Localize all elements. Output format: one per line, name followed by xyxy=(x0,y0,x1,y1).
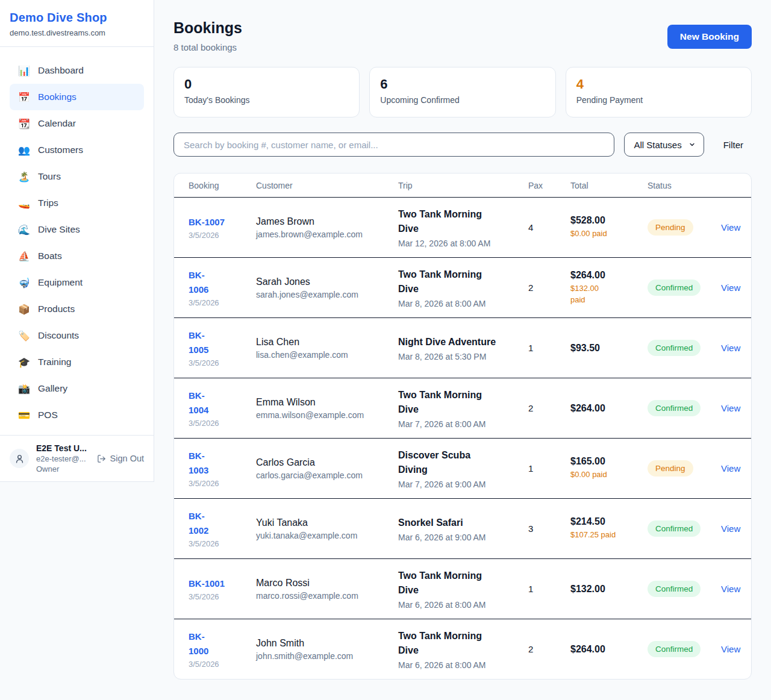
pax-count: 2 xyxy=(528,283,570,293)
paid-amount: $0.00 paid xyxy=(570,228,641,240)
booking-id-link[interactable]: BK- 1006 xyxy=(189,268,208,296)
total-amount: $528.00 xyxy=(570,215,641,226)
sign-out-button[interactable]: Sign Out xyxy=(97,454,144,463)
status-badge: Confirmed xyxy=(648,641,701,657)
booking-id-link[interactable]: BK- 1004 xyxy=(189,389,208,417)
trip-datetime: Mar 7, 2026 at 8:00 AM xyxy=(398,419,528,429)
trip-name: Two Tank Morning Dive xyxy=(398,569,528,598)
paid-amount: $107.25 paid xyxy=(570,530,641,541)
shop-name: Demo Dive Shop xyxy=(10,11,144,25)
pax-count: 1 xyxy=(528,584,570,594)
bookings-table: Booking Customer Trip Pax Total Status B… xyxy=(173,173,752,680)
pax-count: 1 xyxy=(528,463,570,473)
status-filter-select[interactable]: All Statuses xyxy=(624,133,704,157)
view-booking-link[interactable]: View xyxy=(716,463,740,473)
sidebar-item-pos[interactable]: 💳 POS xyxy=(10,402,144,428)
view-booking-link[interactable]: View xyxy=(716,523,740,534)
col-header-customer: Customer xyxy=(256,181,398,190)
sidebar-item-equipment[interactable]: 🤿 Equipment xyxy=(10,269,144,296)
sidebar-item-discounts[interactable]: 🏷️ Discounts xyxy=(10,322,144,349)
col-header-pax: Pax xyxy=(528,181,570,190)
sidebar-header: Demo Dive Shop demo.test.divestreams.com xyxy=(0,0,154,47)
total-amount: $264.00 xyxy=(570,403,641,414)
view-booking-link[interactable]: View xyxy=(716,343,740,353)
sidebar-item-bookings[interactable]: 📅 Bookings xyxy=(10,84,144,110)
sidebar-item-calendar[interactable]: 📆 Calendar xyxy=(10,110,144,137)
nav-icon: 🚤 xyxy=(18,198,30,209)
nav-icon: 👥 xyxy=(18,145,30,156)
bookings-count: 8 total bookings xyxy=(173,42,242,52)
sign-out-label: Sign Out xyxy=(110,454,144,463)
booking-id-link[interactable]: BK- 1005 xyxy=(189,328,208,357)
view-booking-link[interactable]: View xyxy=(716,403,740,413)
trip-datetime: Mar 6, 2026 at 8:00 AM xyxy=(398,600,528,610)
pax-count: 2 xyxy=(528,403,570,413)
booking-id-link[interactable]: BK- 1003 xyxy=(189,449,208,477)
trip-name: Discover Scuba Diving xyxy=(398,448,528,477)
user-role: Owner xyxy=(36,464,93,473)
customer-email: john.smith@example.com xyxy=(256,651,398,661)
customer-email: emma.wilson@example.com xyxy=(256,410,398,420)
filter-button[interactable]: Filter xyxy=(723,140,743,150)
customer-email: sarah.jones@example.com xyxy=(256,290,398,299)
nav-icon: ⛵ xyxy=(18,251,30,262)
sidebar-item-products[interactable]: 📦 Products xyxy=(10,296,144,322)
table-row: BK- 1003 3/5/2026 Carlos Garcia carlos.g… xyxy=(174,438,751,498)
view-booking-link[interactable]: View xyxy=(716,644,740,654)
total-amount: $132.00 xyxy=(570,584,641,595)
booking-id-link[interactable]: BK- 1000 xyxy=(189,630,208,658)
sidebar-item-label: Tours xyxy=(38,171,61,182)
search-input[interactable] xyxy=(173,133,614,157)
sidebar-item-gallery[interactable]: 📸 Gallery xyxy=(10,375,144,402)
trip-name: Two Tank Morning Dive xyxy=(398,207,528,236)
booking-date: 3/5/2026 xyxy=(189,419,256,428)
pax-count: 4 xyxy=(528,222,570,233)
nav-icon: 📦 xyxy=(18,304,30,315)
booking-id-link[interactable]: BK-1001 xyxy=(189,577,225,590)
customer-name: Marco Rossi xyxy=(256,578,398,589)
sidebar-item-boats[interactable]: ⛵ Boats xyxy=(10,243,144,269)
page-title: Bookings xyxy=(173,19,242,37)
status-badge: Pending xyxy=(648,460,693,477)
col-header-trip: Trip xyxy=(398,181,528,190)
status-badge: Confirmed xyxy=(648,581,701,597)
nav-icon: 🎓 xyxy=(18,357,30,368)
logout-icon xyxy=(97,454,106,463)
nav-icon: 📅 xyxy=(18,92,30,103)
col-header-total: Total xyxy=(570,181,641,190)
sidebar-item-dashboard[interactable]: 📊 Dashboard xyxy=(10,57,144,84)
filter-controls: All Statuses Filter xyxy=(173,133,752,157)
sidebar-item-customers[interactable]: 👥 Customers xyxy=(10,137,144,163)
booking-date: 3/5/2026 xyxy=(189,479,256,488)
booking-id-link[interactable]: BK-1007 xyxy=(189,215,225,229)
stat-value: 6 xyxy=(380,77,545,92)
view-booking-link[interactable]: View xyxy=(716,283,740,293)
paid-amount: $0.00 paid xyxy=(570,469,641,481)
sidebar-item-training[interactable]: 🎓 Training xyxy=(10,349,144,375)
customer-name: Carlos Garcia xyxy=(256,457,398,468)
user-email: e2e-tester@... xyxy=(36,454,93,463)
booking-date: 3/5/2026 xyxy=(189,231,256,240)
user-name: E2E Test U... xyxy=(36,443,93,453)
new-booking-button[interactable]: New Booking xyxy=(667,25,752,49)
total-amount: $93.50 xyxy=(570,343,641,354)
view-booking-link[interactable]: View xyxy=(716,222,740,233)
booking-date: 3/5/2026 xyxy=(189,298,256,307)
user-info: E2E Test U... e2e-tester@... Owner xyxy=(36,443,93,473)
trip-name: Two Tank Morning Dive xyxy=(398,388,528,417)
view-booking-link[interactable]: View xyxy=(716,584,740,594)
stat-label: Today's Bookings xyxy=(184,95,349,105)
table-row: BK-1001 3/5/2026 Marco Rossi marco.rossi… xyxy=(174,558,751,619)
user-icon xyxy=(14,454,25,464)
stat-card: 0 Today's Bookings xyxy=(173,67,360,117)
nav-icon: 💳 xyxy=(18,410,30,421)
trip-name: Snorkel Safari xyxy=(398,516,528,530)
sidebar-item-trips[interactable]: 🚤 Trips xyxy=(10,190,144,216)
customer-email: yuki.tanaka@example.com xyxy=(256,531,398,540)
sidebar-item-dive-sites[interactable]: 🌊 Dive Sites xyxy=(10,216,144,243)
sidebar-item-label: Equipment xyxy=(38,277,83,288)
sidebar-item-tours[interactable]: 🏝️ Tours xyxy=(10,163,144,190)
total-amount: $165.00 xyxy=(570,456,641,467)
booking-id-link[interactable]: BK- 1002 xyxy=(189,509,208,537)
trip-datetime: Mar 8, 2026 at 5:30 PM xyxy=(398,352,528,361)
